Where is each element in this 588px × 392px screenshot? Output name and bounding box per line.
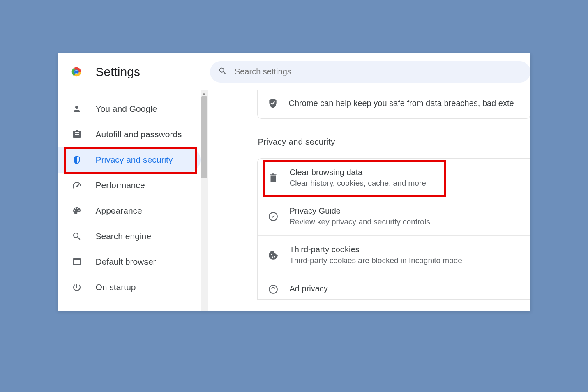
sidebar-item-label: Default browser — [96, 257, 156, 267]
cookie-icon — [267, 249, 279, 261]
shield-icon — [72, 155, 82, 165]
sidebar-item-autofill[interactable]: Autofill and passwords — [58, 122, 208, 147]
row-ad-privacy[interactable]: Ad privacy — [258, 274, 530, 299]
clipboard-icon — [72, 129, 82, 139]
row-title: Third-party cookies — [290, 245, 462, 254]
scroll-up-icon[interactable]: ▲ — [201, 90, 208, 96]
search-icon — [72, 231, 82, 241]
page-title: Settings — [96, 65, 140, 79]
row-clear-browsing-data[interactable]: Clear browsing data Clear history, cooki… — [258, 159, 530, 197]
settings-window: Settings ▲ You and Google Autofill and p… — [58, 53, 530, 311]
browser-icon — [72, 257, 82, 267]
row-title: Ad privacy — [290, 284, 328, 293]
search-icon — [218, 67, 235, 77]
search-field[interactable] — [235, 67, 522, 76]
sidebar-item-default-browser[interactable]: Default browser — [58, 249, 208, 274]
safety-banner-text: Chrome can help keep you safe from data … — [289, 99, 514, 108]
header: Settings — [58, 53, 530, 90]
sidebar-item-you-and-google[interactable]: You and Google — [58, 96, 208, 122]
sidebar-item-on-startup[interactable]: On startup — [58, 274, 208, 300]
shield-check-icon — [267, 98, 278, 108]
row-title: Clear browsing data — [290, 168, 426, 177]
section-title: Privacy and security — [257, 137, 530, 147]
palette-icon — [72, 206, 82, 216]
trash-icon — [267, 172, 279, 184]
row-third-party-cookies[interactable]: Third-party cookies Third-party cookies … — [258, 236, 530, 274]
person-icon — [72, 104, 82, 114]
sidebar-item-appearance[interactable]: Appearance — [58, 198, 208, 224]
sidebar-item-label: You and Google — [96, 104, 157, 114]
compass-icon — [267, 211, 279, 222]
row-subtitle: Review key privacy and security controls — [290, 217, 430, 226]
sidebar-item-label: On startup — [96, 282, 136, 292]
sidebar-item-search-engine[interactable]: Search engine — [58, 224, 208, 249]
sidebar-item-performance[interactable]: Performance — [58, 173, 208, 198]
power-icon — [72, 282, 82, 292]
speedometer-icon — [72, 180, 82, 190]
sidebar-item-privacy-security[interactable]: Privacy and security — [58, 147, 201, 173]
sidebar-item-label: Search engine — [96, 231, 151, 241]
privacy-list: Clear browsing data Clear history, cooki… — [257, 158, 530, 300]
main-content: Chrome can help keep you safe from data … — [208, 90, 530, 311]
row-subtitle: Clear history, cookies, cache, and more — [290, 179, 426, 188]
row-privacy-guide[interactable]: Privacy Guide Review key privacy and sec… — [258, 197, 530, 236]
safety-check-card[interactable]: Chrome can help keep you safe from data … — [257, 90, 530, 119]
ad-icon — [267, 284, 279, 295]
chrome-logo-icon — [69, 65, 83, 79]
sidebar-item-label: Appearance — [96, 206, 142, 216]
search-settings-input[interactable] — [210, 61, 530, 83]
body: ▲ You and Google Autofill and passwords … — [58, 90, 530, 311]
sidebar: ▲ You and Google Autofill and passwords … — [58, 90, 208, 311]
sidebar-item-label: Privacy and security — [96, 155, 173, 165]
svg-point-3 — [75, 70, 78, 73]
sidebar-item-label: Performance — [96, 180, 145, 190]
row-subtitle: Third-party cookies are blocked in Incog… — [290, 256, 462, 265]
sidebar-item-label: Autofill and passwords — [96, 129, 182, 139]
row-title: Privacy Guide — [290, 206, 430, 216]
